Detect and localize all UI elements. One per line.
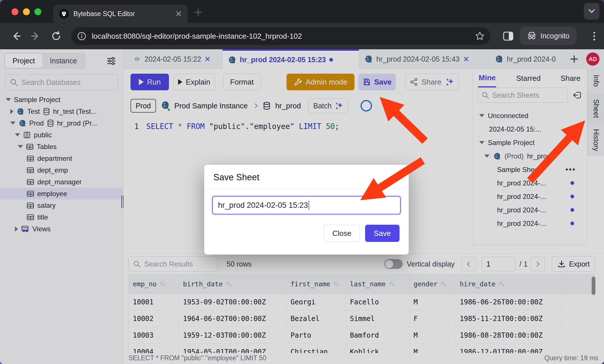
tab-instance[interactable]: Instance (42, 54, 85, 68)
column-header[interactable]: gender (410, 275, 456, 294)
table-row[interactable]: 100011953-09-02T00:00:00ZGeorgiFacelloM1… (129, 294, 595, 310)
tab-project[interactable]: Project (5, 54, 42, 68)
batch-button[interactable]: Batch (308, 98, 348, 113)
bookmark-star-icon[interactable] (475, 31, 485, 41)
next-page-button[interactable] (531, 257, 545, 271)
caret-right-icon[interactable] (10, 109, 13, 114)
tree-item-project[interactable]: Sample Project (0, 94, 123, 105)
sheet-item[interactable]: hr_prod 2024-... (473, 217, 587, 230)
tab-sheet[interactable]: Sheet (587, 93, 604, 124)
sort-icon[interactable] (389, 281, 395, 287)
browser-tab-close-icon[interactable] (176, 11, 182, 17)
column-header[interactable]: last_name (346, 275, 410, 294)
sidebar-resize-handle[interactable] (121, 195, 124, 208)
more-actions-icon[interactable]: ••• (566, 165, 576, 174)
tree-item-table[interactable]: title (0, 211, 123, 223)
tab-mine[interactable]: Mine (478, 69, 496, 87)
column-header[interactable]: hire_date (456, 275, 562, 294)
user-avatar[interactable]: AD (586, 52, 599, 66)
column-header[interactable]: emp_no (129, 275, 179, 294)
window-close-button[interactable] (11, 8, 18, 15)
database-name[interactable]: hr_prod (275, 101, 301, 110)
caret-down-icon[interactable] (18, 145, 23, 148)
worksheet-tab-2-active[interactable]: hr_prod 2024-02-05 15:23 (223, 49, 359, 69)
tab-starred[interactable]: Starred (516, 74, 541, 83)
instance-name[interactable]: Prod Sample Instance (174, 101, 248, 110)
table-row[interactable]: 100041954-05-01T00:00:00ZChirstianKoblic… (129, 344, 595, 353)
reload-icon[interactable] (50, 30, 62, 42)
close-tab-icon[interactable] (204, 56, 210, 62)
forward-icon[interactable] (30, 30, 41, 42)
admin-mode-button[interactable]: Admin mode (287, 74, 354, 90)
new-worksheet-button[interactable] (570, 55, 578, 63)
sort-icon[interactable] (498, 281, 505, 287)
worksheet-tab-3[interactable]: hr_prod 2024-02-05 15:43 (359, 49, 490, 69)
tree-item-prod-db[interactable]: Prod hr_prod (Pr... (0, 117, 123, 129)
column-header[interactable]: first_name (287, 275, 346, 294)
tree-item-table[interactable]: salary (0, 199, 123, 211)
caret-down-icon[interactable] (479, 114, 484, 117)
page-number-input[interactable] (482, 257, 515, 271)
column-header[interactable]: birth_date (179, 275, 287, 294)
sheet-group-unconnected[interactable]: Unconnected (473, 109, 587, 122)
collapse-panel-icon[interactable] (572, 90, 582, 100)
sheet-item[interactable]: 2024-02-05 15:... (473, 122, 587, 136)
environment-chip[interactable]: Prod (130, 99, 156, 113)
sheet-group-project[interactable]: Sample Project (473, 136, 587, 149)
results-scrollbar[interactable] (592, 277, 595, 295)
window-minimize-button[interactable] (23, 8, 30, 15)
tree-item-schema-public[interactable]: public (0, 129, 123, 141)
export-button[interactable]: Export (552, 256, 595, 272)
dialog-close-button[interactable]: Close (324, 225, 360, 242)
dialog-close-icon[interactable] (392, 174, 400, 181)
caret-down-icon[interactable] (479, 141, 484, 144)
tree-item-table-employee-selected[interactable]: employee (0, 188, 123, 199)
sheet-item[interactable]: hr_prod 2024-... (473, 203, 587, 217)
filter-sliders-icon[interactable] (106, 56, 117, 66)
worksheet-tab-1[interactable]: 2024-02-05 15:22 (128, 49, 223, 69)
results-search-input[interactable]: Search Results (128, 256, 218, 272)
save-button[interactable]: Save (358, 74, 396, 90)
sheet-search-input[interactable]: Search Sheets (478, 88, 568, 103)
sheet-name-input[interactable]: hr_prod 2024-02-05 15:23 (212, 196, 401, 214)
caret-down-icon[interactable] (484, 154, 490, 158)
side-panel-icon[interactable] (502, 30, 515, 42)
tree-item-table[interactable]: dept_manager (0, 176, 123, 188)
dialog-save-button[interactable]: Save (365, 225, 400, 242)
results-table[interactable]: emp_no birth_date first_name last_name g… (128, 274, 595, 353)
vertical-display-toggle[interactable] (384, 259, 403, 269)
prev-page-button[interactable] (461, 257, 476, 271)
share-button[interactable]: Share (405, 74, 459, 90)
sheet-item[interactable]: hr_prod 2024-... (473, 176, 587, 190)
caret-down-icon[interactable] (10, 122, 15, 125)
sort-icon[interactable] (225, 281, 232, 287)
address-bar[interactable]: localhost:8080/sql-editor/prod-sample-in… (71, 27, 490, 45)
tab-search-chevron-button[interactable] (584, 3, 599, 19)
format-button[interactable]: Format (223, 74, 261, 90)
back-icon[interactable] (10, 30, 22, 42)
tree-group-tables[interactable]: Tables (0, 141, 123, 152)
tab-share[interactable]: Share (561, 74, 580, 83)
tree-group-views[interactable]: Views (0, 223, 123, 235)
sheet-group-database[interactable]: (Prod)hr_prod (473, 149, 587, 163)
site-info-icon[interactable] (77, 31, 87, 41)
close-tab-icon[interactable] (463, 56, 469, 62)
table-row[interactable]: 100031959-12-03T00:00:00ZPartoBamfordM19… (129, 327, 595, 344)
sheet-item[interactable]: hr_prod 2024-... (473, 190, 587, 203)
caret-down-icon[interactable] (6, 98, 11, 101)
sort-icon[interactable] (159, 281, 166, 287)
browser-tab[interactable]: Bytebase SQL Editor (53, 5, 188, 23)
caret-right-icon[interactable] (15, 226, 18, 232)
database-search-input[interactable]: Search Databases (5, 74, 118, 90)
browser-menu-icon[interactable] (589, 30, 600, 42)
tree-item-table[interactable]: department (0, 152, 123, 164)
sort-icon[interactable] (333, 281, 339, 287)
worksheet-tab-4[interactable]: hr_prod 2024-0 (490, 49, 566, 69)
sheet-item[interactable]: Sample Sheet••• (473, 163, 587, 176)
explain-button[interactable]: Explain (173, 74, 215, 90)
tree-item-table[interactable]: dept_emp (0, 164, 123, 176)
tree-item-test-db[interactable]: Test hr_test (Test... (0, 105, 123, 117)
tab-info[interactable]: Info (587, 69, 604, 92)
run-button[interactable]: Run (130, 74, 169, 90)
table-row[interactable]: 100021964-06-02T00:00:00ZBezalelSimmelF1… (129, 310, 595, 327)
